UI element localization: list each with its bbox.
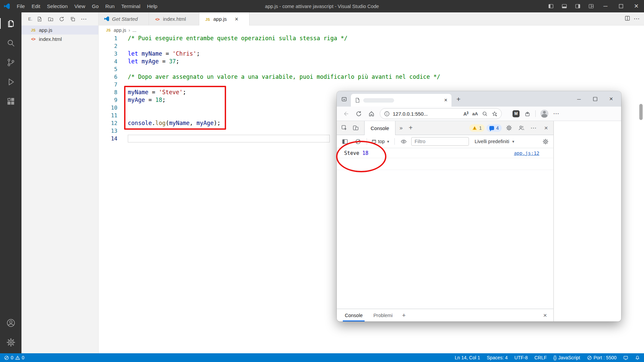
editor-more-actions-icon[interactable]: ⋯ xyxy=(634,15,640,22)
editor-tab-app.js[interactable]: JSapp.js× xyxy=(199,12,250,25)
menu-file[interactable]: File xyxy=(13,0,28,12)
file-item-index.html[interactable]: <>index.html xyxy=(21,35,98,44)
activity-account-icon[interactable] xyxy=(0,313,21,333)
profile-avatar[interactable] xyxy=(540,110,548,118)
refresh-explorer-icon[interactable] xyxy=(58,15,65,23)
split-editor-icon[interactable] xyxy=(625,15,630,22)
back-icon[interactable] xyxy=(340,108,352,119)
code-line-4[interactable]: 4let myAge = 37; xyxy=(99,58,644,65)
code-line-5[interactable]: 5 xyxy=(99,65,644,73)
devtools-tab-console[interactable]: Console xyxy=(364,121,395,135)
people-icon[interactable] xyxy=(516,123,527,133)
activity-search-icon[interactable] xyxy=(0,33,21,53)
maximize-button[interactable] xyxy=(613,0,629,12)
live-server-port[interactable]: Port : 5500 xyxy=(587,355,617,360)
more-tabs-icon[interactable]: » xyxy=(396,125,406,131)
tab-actions-menu-icon[interactable] xyxy=(339,94,350,105)
close-browser-tab-icon[interactable]: × xyxy=(444,97,447,104)
code-line-2[interactable]: 2 xyxy=(99,42,644,50)
site-info-icon[interactable] xyxy=(384,111,390,117)
browser-close-button[interactable]: × xyxy=(603,91,619,107)
menu-terminal[interactable]: Terminal xyxy=(118,0,144,12)
devtools-more-icon[interactable]: ⋯ xyxy=(528,123,539,133)
browser-tab[interactable]: × xyxy=(351,94,451,107)
menu-help[interactable]: Help xyxy=(144,0,161,12)
breadcrumb-rest[interactable]: ... xyxy=(132,27,137,33)
activity-explorer-icon[interactable] xyxy=(0,14,21,33)
toggle-secondary-sidebar-icon[interactable] xyxy=(571,0,584,12)
device-toolbar-icon[interactable] xyxy=(350,123,361,133)
messages-badge[interactable]: 4 xyxy=(486,124,502,132)
new-file-icon[interactable] xyxy=(36,15,43,23)
menu-go[interactable]: Go xyxy=(89,0,102,12)
cursor-position[interactable]: Ln 14, Col 1 xyxy=(455,355,480,360)
minimize-button[interactable]: ─ xyxy=(598,0,613,12)
close-button[interactable]: ✕ xyxy=(629,0,644,12)
activity-source-control-icon[interactable] xyxy=(0,53,21,72)
inspect-element-icon[interactable] xyxy=(339,123,350,133)
close-drawer-icon[interactable]: × xyxy=(539,312,551,319)
remote-icon[interactable] xyxy=(623,355,628,360)
notifications-bell-icon[interactable] xyxy=(635,355,640,360)
close-tab-icon[interactable]: × xyxy=(235,16,238,22)
zoom-icon[interactable] xyxy=(482,111,488,117)
console-settings-gear-icon[interactable] xyxy=(540,136,551,147)
address-text[interactable]: 127.0.0.1:550... xyxy=(393,111,428,117)
translate-icon[interactable]: aA xyxy=(472,111,478,116)
activity-extensions-icon[interactable] xyxy=(0,92,21,111)
m-extension-icon[interactable]: M xyxy=(513,110,520,117)
add-devtools-tab-icon[interactable]: + xyxy=(407,124,415,132)
toggle-sidebar-icon[interactable] xyxy=(544,0,557,12)
console-source-link[interactable]: app.js:12 xyxy=(514,150,539,156)
home-icon[interactable] xyxy=(366,108,377,119)
encoding[interactable]: UTF-8 xyxy=(515,355,528,360)
problems-indicator[interactable]: 0 0 xyxy=(4,355,24,360)
editor-tab-index.html[interactable]: <>index.html xyxy=(149,12,199,25)
chevron-down-icon: ▼ xyxy=(512,140,515,143)
browser-settings-icon[interactable]: ⋯ xyxy=(553,110,559,117)
log-levels-selector[interactable]: Livelli predefiniti ▼ xyxy=(475,139,515,144)
file-item-app.js[interactable]: JSapp.js xyxy=(21,25,98,35)
toggle-panel-icon[interactable] xyxy=(557,0,571,12)
editor-tab-get-started[interactable]: Get Started xyxy=(99,12,149,25)
collapse-folders-icon[interactable] xyxy=(69,15,76,23)
activity-run-and-debug-icon[interactable] xyxy=(0,72,21,92)
close-devtools-icon[interactable]: × xyxy=(541,124,551,132)
drawer-tab-problemi[interactable]: Problemi xyxy=(368,309,398,321)
new-folder-icon[interactable] xyxy=(47,15,54,23)
refresh-icon[interactable] xyxy=(353,108,364,119)
new-tab-button[interactable]: + xyxy=(453,94,464,104)
browser-maximize-button[interactable] xyxy=(587,91,603,107)
indentation[interactable]: Spaces: 4 xyxy=(487,355,507,360)
menu-edit[interactable]: Edit xyxy=(28,0,44,12)
breadcrumb[interactable]: JS app.js › ... xyxy=(99,25,644,35)
address-bar[interactable]: 127.0.0.1:550... A)) aA xyxy=(380,108,502,119)
code-line-3[interactable]: 3let myName = 'Chris'; xyxy=(99,50,644,58)
console-output[interactable]: Steve 18app.js:12 xyxy=(337,148,553,309)
editor-scrollbar-thumb[interactable] xyxy=(639,104,643,120)
favorites-star-icon[interactable] xyxy=(492,111,497,117)
explorer-more-actions-icon[interactable]: ⋯ xyxy=(80,15,88,23)
line-number: 14 xyxy=(99,135,117,142)
console-filter-input[interactable] xyxy=(411,137,469,146)
menu-run[interactable]: Run xyxy=(102,0,118,12)
add-drawer-tab-icon[interactable]: + xyxy=(398,312,410,319)
read-aloud-icon[interactable]: A)) xyxy=(464,111,468,117)
breadcrumb-file[interactable]: app.js xyxy=(114,27,126,33)
code-text: let myAge = 37; xyxy=(117,58,179,65)
live-expression-eye-icon[interactable] xyxy=(398,136,409,147)
extensions-puzzle-icon[interactable] xyxy=(524,111,531,117)
activity-settings-icon[interactable] xyxy=(0,333,21,352)
menu-view[interactable]: View xyxy=(71,0,89,12)
code-line-1[interactable]: 1/* Puoi eseguire entrambe queste operaz… xyxy=(99,35,644,42)
browser-minimize-button[interactable]: ─ xyxy=(571,91,587,107)
menu-selection[interactable]: Selection xyxy=(44,0,71,12)
devtools-settings-gear-icon[interactable] xyxy=(503,123,514,133)
eol-sequence[interactable]: CRLF xyxy=(534,355,547,360)
drawer-tab-console[interactable]: Console xyxy=(339,309,368,321)
customize-layout-icon[interactable] xyxy=(584,0,598,12)
code-line-6[interactable]: 6/* Dopo aver assegnato un valore a una … xyxy=(99,73,644,81)
language-mode[interactable]: {} JavaScript xyxy=(553,355,580,360)
warnings-badge[interactable]: 1 xyxy=(469,124,485,132)
web-page-area[interactable] xyxy=(554,121,621,321)
